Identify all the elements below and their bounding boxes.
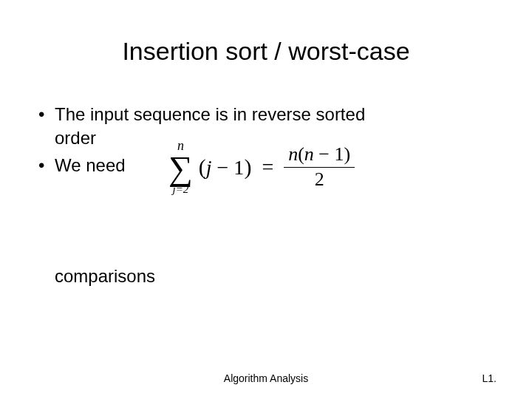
bullet-1-line-1: The input sequence is in reverse sorted: [55, 103, 497, 126]
summand-var: j: [206, 156, 212, 179]
slide-title: Insertion sort / worst-case: [35, 37, 497, 66]
denominator: 2: [315, 168, 324, 191]
comparisons-text: comparisons: [35, 266, 497, 287]
rparen: ): [244, 154, 251, 179]
num-lparen: (: [298, 143, 304, 165]
bullet-2-text: We need: [55, 155, 126, 175]
sigma-block: n ∑ j=2: [168, 139, 193, 195]
equals-sign: =: [262, 155, 273, 179]
formula: n ∑ j=2 (j − 1) = n(n − 1) 2: [168, 139, 355, 195]
slide: Insertion sort / worst-case The input se…: [0, 0, 532, 399]
num-n2: n: [304, 143, 314, 165]
fraction: n(n − 1) 2: [284, 144, 355, 190]
lparen: (: [199, 154, 206, 179]
sigma-symbol: ∑: [168, 154, 193, 183]
footer-right: L1.: [482, 372, 497, 384]
numerator: n(n − 1): [284, 144, 355, 168]
footer-center: Algorithm Analysis: [224, 372, 308, 384]
sigma-lower-limit: j=2: [173, 184, 189, 195]
footer: . Algorithm Analysis L1.: [0, 372, 532, 384]
summand: (j − 1): [199, 154, 252, 180]
summand-minus: − 1: [212, 156, 245, 179]
num-n1: n: [288, 143, 298, 165]
num-rest: − 1): [314, 143, 350, 165]
